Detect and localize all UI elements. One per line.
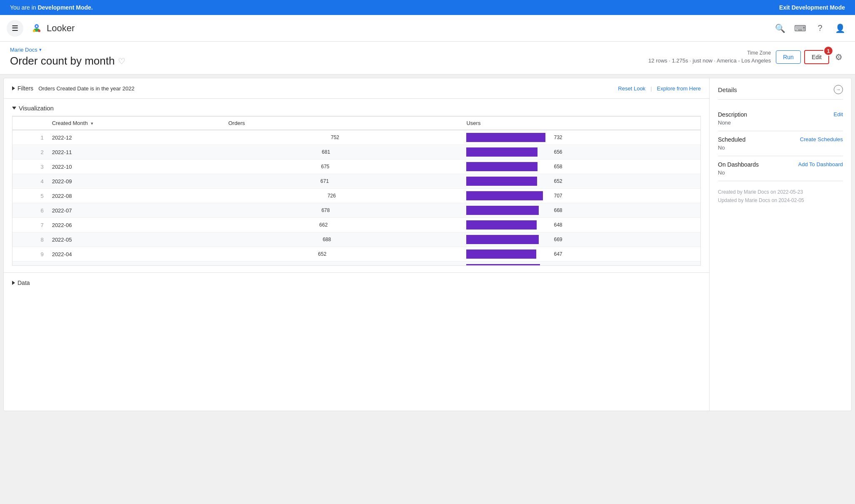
settings-button[interactable]: ⚙ [832,50,845,65]
filter-description: Orders Created Date is in the year 2022 [38,85,135,92]
menu-button[interactable]: ☰ [7,20,23,37]
keyboard-button[interactable]: ⌨ [792,20,808,37]
col-month-label: Created Month [52,120,88,126]
viz-table-container[interactable]: Created Month ▾ Orders Users 1 2022-12 [12,116,701,266]
help-button[interactable]: ? [812,20,828,37]
timezone-label: Time Zone [648,49,771,57]
dev-banner-text: You are in Development Mode. [10,4,93,11]
chevron-down-icon: ▾ [39,47,42,52]
filters-toggle[interactable]: Filters [12,85,33,92]
cell-users: 732 [462,130,700,145]
search-icon: 🔍 [775,23,785,33]
filter-field: Orders Created Date [38,85,89,92]
cell-orders: 688 [224,232,462,247]
page-header: Marie Docs ▾ Order count by month ♡ Time… [0,42,855,75]
cell-month: 2022-04 [48,247,224,262]
dev-mode-banner: You are in Development Mode. Exit Develo… [0,0,855,15]
cell-users: 668 [462,203,700,218]
exit-dev-mode-button[interactable]: Exit Development Mode [779,4,845,11]
table-row: 1 2022-12 752 732 [12,130,700,145]
description-label: Description [718,111,747,118]
row-number: 1 [12,130,48,145]
breadcrumb[interactable]: Marie Docs ▾ [10,47,125,53]
row-number: 6 [12,203,48,218]
row-number: 8 [12,232,48,247]
table-row: 7 2022-06 662 648 [12,218,700,232]
created-line: Created by Marie Docs on 2022-05-23 [718,188,843,196]
dashboards-section: On Dashboards Add To Dashboard No [718,156,843,181]
help-icon: ? [818,23,822,33]
explore-link[interactable]: Explore from Here [657,85,701,92]
row-number: 3 [12,160,48,174]
viz-section-title: Visualization [19,105,54,112]
table-row: 2 2022-11 681 656 [12,145,700,160]
col-header-users: Users [462,117,700,130]
cell-users: 658 [462,160,700,174]
add-to-dashboard-link[interactable]: Add To Dashboard [798,161,843,167]
create-schedules-link[interactable]: Create Schedules [800,136,843,142]
page-header-left: Marie Docs ▾ Order count by month ♡ [10,47,125,67]
favorite-icon[interactable]: ♡ [118,56,125,66]
row-number: 9 [12,247,48,262]
keyboard-icon: ⌨ [794,23,806,33]
col-header-num [12,117,48,130]
viz-table-body: 1 2022-12 752 732 2 202 [12,130,700,266]
run-button[interactable]: Run [776,50,801,64]
svg-point-3 [38,30,40,32]
table-row: 6 2022-07 678 668 [12,203,700,218]
row-number: 5 [12,189,48,203]
page-title-text: Order count by month [10,55,115,67]
cell-users: 656 [462,145,700,160]
main-content: Filters Orders Created Date is in the ye… [3,78,852,411]
reset-look-link[interactable]: Reset Look [618,85,645,92]
header-actions: Run Edit 1 ⚙ [776,50,845,65]
description-value: None [718,120,843,126]
left-panel: Filters Orders Created Date is in the ye… [4,78,710,411]
col-header-orders: Orders [224,117,462,130]
edit-button[interactable]: Edit 1 [804,50,829,64]
cell-orders: 675 [224,160,462,174]
cell-month: 2022-06 [48,218,224,232]
cell-users: 679 [462,262,700,266]
viz-header[interactable]: Visualization [12,99,701,116]
cell-users: 647 [462,247,700,262]
cell-orders: 678 [224,203,462,218]
svg-point-2 [33,30,35,32]
meta-stats: 12 rows · 1.275s · just now · America - … [648,57,771,65]
svg-point-1 [36,25,38,27]
cell-orders: 692 [224,262,462,266]
cell-month: 2022-07 [48,203,224,218]
description-edit-link[interactable]: Edit [834,111,843,117]
visualization-table: Created Month ▾ Orders Users 1 2022-12 [12,116,700,266]
filters-label: Filters [18,85,33,92]
cell-users: 707 [462,189,700,203]
data-toggle[interactable]: Data [12,279,701,286]
description-row: Description Edit [718,111,843,118]
breadcrumb-text: Marie Docs [10,47,38,53]
cell-orders: 662 [224,218,462,232]
scheduled-section: Scheduled Create Schedules No [718,131,843,156]
details-title: Details [718,86,737,93]
cell-users: 669 [462,232,700,247]
dashboards-row: On Dashboards Add To Dashboard [718,161,843,168]
cell-month: 2022-10 [48,160,224,174]
details-expand-button[interactable]: → [834,85,843,94]
cell-orders: 671 [224,174,462,189]
user-button[interactable]: 👤 [832,20,848,37]
looker-wordmark: Looker [47,23,75,34]
row-number: 10 [12,262,48,266]
cell-orders: 752 [224,130,462,145]
details-header: Details → [718,85,843,100]
table-row: 3 2022-10 675 658 [12,160,700,174]
updated-line: Updated by Marie Docs on 2024-02-05 [718,196,843,205]
cell-orders: 726 [224,189,462,203]
pipe-separator: | [650,85,652,92]
col-header-month[interactable]: Created Month ▾ [48,117,224,130]
filters-right: Reset Look | Explore from Here [618,85,701,92]
cell-orders: 681 [224,145,462,160]
meta-info: Time Zone 12 rows · 1.275s · just now · … [648,49,771,65]
page-header-right: Time Zone 12 rows · 1.275s · just now · … [648,49,845,65]
cell-month: 2022-03 [48,262,224,266]
table-row: 5 2022-08 726 707 [12,189,700,203]
search-button[interactable]: 🔍 [772,20,788,37]
